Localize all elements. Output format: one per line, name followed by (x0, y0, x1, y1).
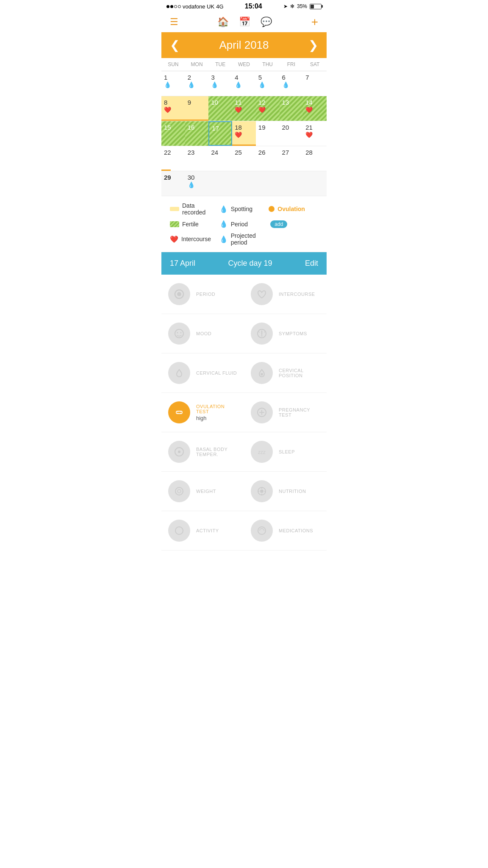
fertile-icon (170, 221, 179, 227)
tracking-nutrition[interactable]: NUTRITION (244, 472, 327, 511)
period-icon: 💧 (219, 220, 228, 228)
day-22[interactable]: 22 (161, 146, 185, 171)
calendar-icon[interactable]: 📅 (239, 17, 250, 28)
day-19[interactable]: 19 (256, 121, 280, 146)
day-2[interactable]: 2 💧 (185, 71, 209, 96)
add-ovulation-button[interactable]: add (270, 220, 287, 228)
menu-icon[interactable]: ☰ (170, 17, 178, 28)
legend: Data recorded 💧 Spotting Ovulation Ferti… (161, 196, 327, 252)
day-1[interactable]: 1 💧 (161, 71, 185, 96)
battery-icon (310, 4, 322, 9)
svg-point-7 (261, 335, 263, 337)
tracking-sleep[interactable]: zzz SLEEP (244, 432, 327, 472)
status-bar: vodafone UK 4G 15:04 ➤ ✻ 35% (161, 0, 327, 12)
signal-dots (166, 5, 181, 8)
month-title: April 2018 (219, 39, 269, 52)
tracking-medications[interactable]: MEDICATIONS (244, 511, 327, 551)
tracking-intercourse[interactable]: INTERCOURSE (244, 275, 327, 314)
tracking-symptoms[interactable]: SYMPTOMS (244, 314, 327, 353)
day-26[interactable]: 26 (256, 146, 280, 171)
nav-bar: ☰ 🏠 📅 💬 + (161, 12, 327, 32)
intercourse-tracking-icon (251, 283, 273, 305)
chat-icon[interactable]: 💬 (261, 17, 272, 28)
add-button[interactable]: + (311, 15, 318, 29)
ovulation-test-tracking-value: high (196, 415, 237, 421)
period-tracking-label: PERIOD (196, 292, 215, 297)
day-8[interactable]: 8 ❤️ (161, 96, 185, 121)
bluetooth-icon: ✻ (290, 3, 294, 9)
symptoms-tracking-label: SYMPTOMS (279, 331, 307, 336)
day-27[interactable]: 27 (280, 146, 303, 171)
tracking-cervical-position[interactable]: CERVICAL POSITION (244, 353, 327, 393)
ovulation-test-tracking-label: OVULATION TEST (196, 404, 237, 414)
network-label: 4G (216, 3, 223, 10)
legend-spotting-label: Spotting (231, 206, 252, 212)
day-23[interactable]: 23 (185, 146, 209, 171)
day-3[interactable]: 3 💧 (208, 71, 232, 96)
day-header-sun: SUN (161, 58, 185, 71)
legend-projected-period-label: Projected period (231, 232, 269, 246)
day-18[interactable]: 18 ❤️ (232, 121, 256, 146)
day-29[interactable]: 29 (161, 171, 185, 196)
day-empty-4 (280, 171, 303, 196)
calendar-week-4: 22 23 24 25 26 27 28 (161, 146, 327, 171)
calendar-weeks: 1 💧 2 💧 3 💧 4 💧 5 💧 6 💧 (161, 71, 327, 196)
day-21[interactable]: 21 ❤️ (303, 121, 327, 146)
day-empty-5 (303, 171, 327, 196)
calendar-grid: SUN MON TUE WED THU FRI SAT 1 💧 2 💧 3 💧 … (161, 58, 327, 196)
legend-add-ovulation: add (269, 220, 318, 228)
day-20[interactable]: 20 (280, 121, 303, 146)
tracking-ovulation-test[interactable]: OVULATION TEST high (161, 393, 244, 432)
day-header-fri: FRI (280, 58, 303, 71)
intercourse-tracking-label: INTERCOURSE (279, 292, 315, 297)
day-5[interactable]: 5 💧 (256, 71, 280, 96)
day-4[interactable]: 4 💧 (232, 71, 256, 96)
battery-label: 35% (297, 3, 307, 9)
day-28[interactable]: 28 (303, 146, 327, 171)
day-12[interactable]: 12 ❤️ (256, 96, 280, 121)
tracking-mood[interactable]: MOOD (161, 314, 244, 353)
next-month-button[interactable]: ❯ (308, 38, 318, 52)
tracking-weight[interactable]: WEIGHT (161, 472, 244, 511)
svg-line-8 (258, 331, 259, 332)
tracking-basal-body-temp[interactable]: BASAL BODY TEMPER. (161, 432, 244, 472)
tracking-period[interactable]: PERIOD (161, 275, 244, 314)
home-icon[interactable]: 🏠 (217, 17, 229, 28)
cervical-fluid-tracking-icon (168, 362, 190, 384)
svg-point-10 (261, 373, 263, 376)
day-16[interactable]: 16 (185, 121, 209, 146)
day-17[interactable]: 17 (208, 121, 232, 146)
day-30[interactable]: 30 💧 (185, 171, 209, 196)
day-25[interactable]: 25 (232, 146, 256, 171)
day-10[interactable]: 10 (208, 96, 232, 121)
pregnancy-test-tracking-label: PREGNANCY TEST (279, 407, 320, 417)
activity-tracking-label: ACTIVITY (196, 528, 219, 533)
day-13[interactable]: 13 (280, 96, 303, 121)
day-header-sat: SAT (303, 58, 327, 71)
tracking-activity[interactable]: ACTIVITY (161, 511, 244, 551)
status-right: ➤ ✻ 35% (283, 3, 322, 9)
svg-line-9 (264, 331, 265, 332)
edit-button[interactable]: Edit (305, 259, 318, 268)
tracking-grid: PERIOD INTERCOURSE MOOD (161, 275, 327, 551)
symptoms-tracking-icon (251, 323, 273, 345)
day-9[interactable]: 9 (185, 96, 209, 121)
mood-tracking-icon (168, 323, 190, 345)
nutrition-tracking-label: NUTRITION (279, 489, 306, 494)
day-11[interactable]: 11 ❤️ (232, 96, 256, 121)
calendar-week-1: 1 💧 2 💧 3 💧 4 💧 5 💧 6 💧 (161, 71, 327, 96)
day-14[interactable]: 14 ❤️ (303, 96, 327, 121)
cervical-position-tracking-label: CERVICAL POSITION (279, 368, 320, 378)
prev-month-button[interactable]: ❮ (170, 38, 180, 52)
svg-point-29 (258, 527, 266, 534)
legend-spotting: 💧 Spotting (219, 202, 269, 216)
signal-dot-4 (178, 5, 181, 8)
day-7[interactable]: 7 (303, 71, 327, 96)
day-24[interactable]: 24 (208, 146, 232, 171)
legend-ovulation-label: Ovulation (277, 206, 305, 212)
day-6[interactable]: 6 💧 (280, 71, 303, 96)
day-15[interactable]: 15 (161, 121, 185, 146)
tracking-cervical-fluid[interactable]: CERVICAL FLUID (161, 353, 244, 393)
tracking-pregnancy-test[interactable]: PREGNANCY TEST (244, 393, 327, 432)
pregnancy-test-tracking-icon (251, 401, 273, 423)
